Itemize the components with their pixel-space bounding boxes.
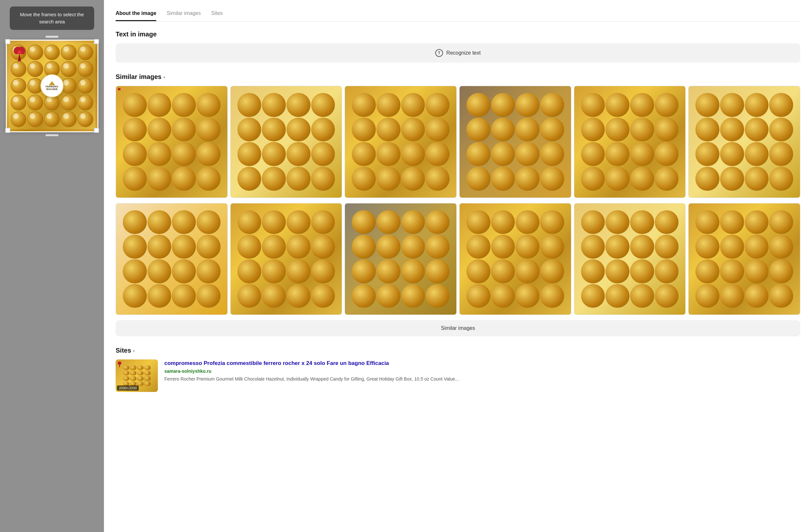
similar-image-10[interactable] [459, 203, 571, 315]
candy-21 [11, 111, 27, 127]
site-thumbnail[interactable]: 2000×2000 [116, 360, 158, 392]
candy-17 [27, 95, 43, 111]
svg-rect-2 [119, 364, 120, 367]
ferrero-logo-icon [49, 81, 55, 85]
similar-images-grid-row1 [116, 86, 800, 198]
site-result-url[interactable]: samara-solniyshko.ru [164, 368, 800, 374]
recognize-btn-label: Recognize text [446, 50, 481, 56]
ferrero-box-image: FERREROROCHER [7, 41, 98, 131]
site-info: compromesso Profezia commestibile ferrer… [164, 360, 800, 382]
thumb-inner-9 [350, 209, 450, 309]
thumb-inner-1 [121, 92, 221, 192]
site-result-description: Ferrero Rocher Premium Gourmet Milk Choc… [164, 376, 800, 382]
thumb-inner-6 [694, 92, 794, 192]
sites-title-text: Sites [116, 347, 131, 354]
thumb-inner-7 [121, 209, 221, 309]
site-thumb-candy-grid [122, 364, 152, 387]
thumb-inner-8 [236, 209, 336, 309]
thumb-inner-10 [465, 209, 565, 309]
thumb-inner-2 [236, 92, 336, 192]
candy-20 [78, 95, 93, 111]
candy-11 [11, 78, 27, 94]
thumb-inner-3 [350, 92, 450, 192]
candy-9 [61, 61, 77, 77]
ribbon-decoration [11, 44, 28, 65]
candy-16 [11, 95, 27, 111]
candy-4 [61, 44, 77, 60]
candy-19 [61, 95, 77, 111]
similar-image-4[interactable] [459, 86, 571, 198]
similar-images-button[interactable]: Similar images [116, 320, 800, 336]
tab-about-image[interactable]: About the image [116, 6, 156, 21]
similar-image-2[interactable] [230, 86, 342, 198]
similar-image-11[interactable] [574, 203, 686, 315]
candy-5 [78, 44, 93, 60]
text-in-image-section: Text in image T Recognize text [116, 30, 800, 63]
corner-handle-tl[interactable] [5, 39, 10, 44]
similar-images-title[interactable]: Similar images › [116, 73, 800, 81]
svg-point-0 [17, 51, 21, 54]
similar-image-5[interactable] [574, 86, 686, 198]
thumb-inner-11 [580, 209, 680, 309]
similar-image-1[interactable] [116, 86, 228, 198]
similar-images-btn-label: Similar images [441, 325, 475, 331]
search-area-hint: Move the frames to select the search are… [10, 6, 94, 30]
candy-25 [78, 111, 93, 127]
similar-image-7[interactable] [116, 203, 228, 315]
similar-images-section: Similar images › [116, 73, 800, 347]
similar-image-6[interactable] [688, 86, 800, 198]
left-panel: Move the frames to select the search are… [0, 0, 104, 532]
candy-22 [27, 111, 43, 127]
ferrero-rocher-label: FERREROROCHER [40, 74, 64, 98]
candy-23 [44, 111, 60, 127]
similar-image-8[interactable] [230, 203, 342, 315]
site-result-1: 2000×2000 compromesso Profezia commestib… [116, 360, 800, 392]
source-image-frame: FERREROROCHER [6, 40, 98, 132]
image-frame-wrapper: FERREROROCHER [6, 40, 98, 132]
text-in-image-title: Text in image [116, 30, 800, 38]
similar-image-3[interactable] [345, 86, 457, 198]
corner-handle-bl[interactable] [5, 128, 10, 133]
thumb-inner-4 [465, 92, 565, 192]
hint-text: Move the frames to select the search are… [20, 12, 84, 24]
text-icon: T [435, 49, 443, 57]
similar-images-title-text: Similar images [116, 73, 161, 81]
tab-sites[interactable]: Sites [211, 6, 223, 21]
candy-3 [44, 44, 60, 60]
candy-24 [61, 111, 77, 127]
candy-15 [78, 78, 93, 94]
tab-similar-images[interactable]: Similar images [166, 6, 201, 21]
corner-handle-tr[interactable] [94, 39, 99, 44]
similar-images-arrow-icon: › [163, 74, 165, 80]
top-handle-bar[interactable] [45, 36, 58, 38]
candy-2 [27, 44, 43, 60]
recognize-text-button[interactable]: T Recognize text [116, 43, 800, 63]
sites-title[interactable]: Sites › [116, 347, 800, 354]
candy-10 [78, 61, 93, 77]
svg-marker-1 [49, 81, 55, 85]
sites-section: Sites › 2000×2000 compromesso Profezi [116, 347, 800, 392]
tabs-bar: About the image Similar images Sites [116, 6, 800, 22]
thumb-inner-12 [694, 209, 794, 309]
site-thumb-ribbon [117, 361, 122, 368]
similar-image-9[interactable] [345, 203, 457, 315]
sites-arrow-icon: › [133, 348, 135, 353]
brand-text: FERREROROCHER [46, 85, 58, 91]
site-result-title[interactable]: compromesso Profezia commestibile ferrer… [164, 360, 800, 367]
thumb-ribbon-1 [117, 87, 121, 93]
bottom-handle-bar[interactable] [45, 134, 58, 136]
similar-image-12[interactable] [688, 203, 800, 315]
similar-images-grid-row2 [116, 203, 800, 315]
site-thumb-size-badge: 2000×2000 [117, 386, 139, 391]
thumb-inner-5 [580, 92, 680, 192]
corner-handle-br[interactable] [94, 128, 99, 133]
right-panel: About the image Similar images Sites Tex… [104, 0, 812, 532]
candy-7 [27, 61, 43, 77]
